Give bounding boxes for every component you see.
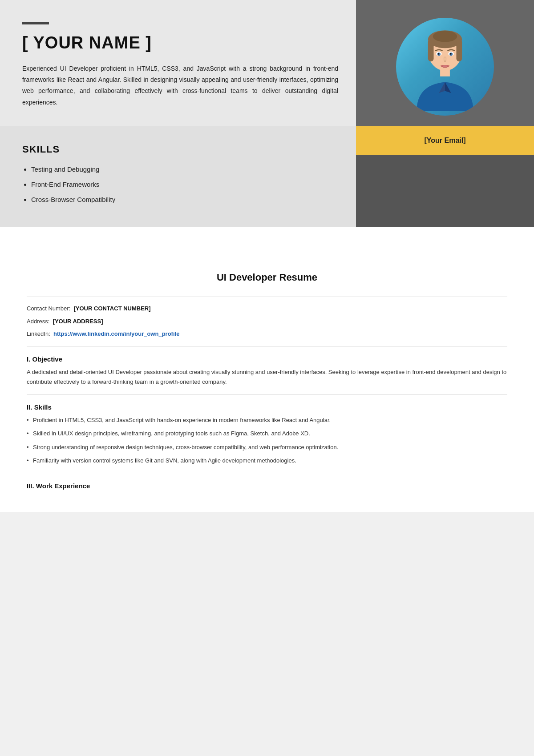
svg-point-4 xyxy=(433,31,457,42)
summary-text: Experienced UI Developer proficient in H… xyxy=(22,63,338,108)
skills-doc-item-2: Skilled in UI/UX design principles, wire… xyxy=(27,429,507,438)
accent-line xyxy=(22,22,49,24)
resume-card-left: [ YOUR NAME ] Experienced UI Developer p… xyxy=(0,0,356,126)
contact-address-label: Address: xyxy=(27,318,49,325)
resume-card: [ YOUR NAME ] Experienced UI Developer p… xyxy=(0,0,534,126)
skill-item-1: Testing and Debugging xyxy=(31,164,338,175)
work-title: III. Work Experience xyxy=(27,482,507,490)
svg-rect-2 xyxy=(428,39,434,61)
skills-doc-list: Proficient in HTML5, CSS3, and JavaScrip… xyxy=(27,415,507,465)
contact-linkedin-line: LinkedIn: https://www.linkedin.com/in/yo… xyxy=(27,330,507,339)
candidate-name: [ YOUR NAME ] xyxy=(22,33,338,52)
svg-point-10 xyxy=(438,53,440,55)
resume-card-right xyxy=(356,0,534,126)
doc-section-skills: II. Skills Proficient in HTML5, CSS3, an… xyxy=(27,403,507,465)
divider-3 xyxy=(27,394,507,394)
divider-1 xyxy=(27,297,507,297)
skills-right: [Your Email] xyxy=(356,126,534,227)
skills-left: SKILLS Testing and Debugging Front-End F… xyxy=(0,126,356,227)
skills-section: SKILLS Testing and Debugging Front-End F… xyxy=(0,126,534,227)
skills-right-bottom xyxy=(356,155,534,227)
objective-title: I. Objective xyxy=(27,355,507,363)
skills-doc-item-1: Proficient in HTML5, CSS3, and JavaScrip… xyxy=(27,415,507,425)
contact-address-value: [YOUR ADDRESS] xyxy=(53,318,103,325)
doc-section-objective: I. Objective A dedicated and detail-orie… xyxy=(27,355,507,387)
contact-number-label: Contact Number: xyxy=(27,305,70,312)
contact-number-line: Contact Number: [YOUR CONTACT NUMBER] xyxy=(27,304,507,314)
email-value: [Your Email] xyxy=(424,137,465,144)
svg-rect-3 xyxy=(456,39,462,61)
contact-address-line: Address: [YOUR ADDRESS] xyxy=(27,317,507,326)
skills-title: SKILLS xyxy=(22,144,338,155)
profile-photo xyxy=(396,18,494,116)
divider-4 xyxy=(27,473,507,473)
document-title: UI Developer Resume xyxy=(27,272,507,283)
email-box: [Your Email] xyxy=(356,126,534,155)
svg-rect-5 xyxy=(440,68,450,76)
skills-doc-title: II. Skills xyxy=(27,403,507,411)
doc-section-work: III. Work Experience xyxy=(27,482,507,490)
objective-body: A dedicated and detail-oriented UI Devel… xyxy=(27,367,507,387)
profile-svg xyxy=(405,22,485,111)
skills-doc-item-4: Familiarity with version control systems… xyxy=(27,456,507,466)
skill-item-3: Cross-Browser Compatibility xyxy=(31,194,338,205)
divider-2 xyxy=(27,346,507,346)
contact-number-value: [YOUR CONTACT NUMBER] xyxy=(74,305,151,312)
section-divider xyxy=(0,227,534,254)
svg-point-11 xyxy=(450,53,452,55)
contact-block: Contact Number: [YOUR CONTACT NUMBER] Ad… xyxy=(27,304,507,339)
skill-item-2: Front-End Frameworks xyxy=(31,179,338,190)
contact-linkedin-label: LinkedIn: xyxy=(27,330,50,337)
skills-list: Testing and Debugging Front-End Framewor… xyxy=(22,164,338,205)
contact-linkedin-url[interactable]: https://www.linkedin.com/in/your_own_pro… xyxy=(53,330,179,337)
skills-doc-item-3: Strong understanding of responsive desig… xyxy=(27,442,507,452)
document-section: UI Developer Resume Contact Number: [YOU… xyxy=(0,254,534,512)
